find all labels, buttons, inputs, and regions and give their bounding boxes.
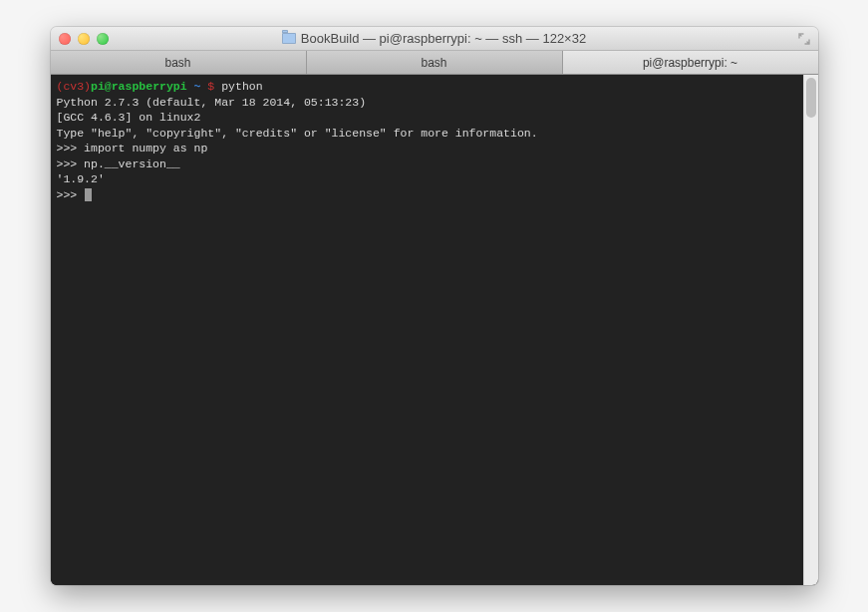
scrollbar[interactable] xyxy=(803,75,818,585)
folder-icon xyxy=(282,33,296,44)
tab-bar: bash bash pi@raspberrypi: ~ xyxy=(51,51,818,75)
scrollbar-thumb[interactable] xyxy=(806,78,816,118)
window-controls xyxy=(59,33,109,45)
window-title-wrap: BookBuild — pi@raspberrypi: ~ — ssh — 12… xyxy=(51,31,818,46)
output-line: [GCC 4.6.3] on linux2 xyxy=(57,111,201,124)
titlebar[interactable]: BookBuild — pi@raspberrypi: ~ — ssh — 12… xyxy=(51,27,818,51)
minimize-icon[interactable] xyxy=(78,33,90,45)
cursor-icon xyxy=(85,188,92,201)
output-line: Python 2.7.3 (default, Mar 18 2014, 05:1… xyxy=(57,96,367,109)
terminal-area: (cv3)pi@raspberrypi ~ $ python Python 2.… xyxy=(51,75,818,585)
zoom-icon[interactable] xyxy=(97,33,109,45)
terminal-window: BookBuild — pi@raspberrypi: ~ — ssh — 12… xyxy=(51,27,818,585)
tab-bash-1[interactable]: bash xyxy=(51,51,307,74)
repl-prompt: >>> xyxy=(57,188,85,201)
userhost-label: pi@raspberrypi xyxy=(91,80,187,93)
command-text: python xyxy=(221,80,262,93)
output-line: Type "help", "copyright", "credits" or "… xyxy=(57,127,538,140)
path-label: ~ xyxy=(187,80,208,93)
window-title: BookBuild — pi@raspberrypi: ~ — ssh — 12… xyxy=(301,31,586,46)
terminal[interactable]: (cv3)pi@raspberrypi ~ $ python Python 2.… xyxy=(51,75,803,585)
venv-label: (cv3) xyxy=(57,80,92,93)
tab-label: bash xyxy=(421,56,446,70)
tab-bash-2[interactable]: bash xyxy=(307,51,563,74)
fullscreen-icon[interactable] xyxy=(798,33,810,45)
repl-prompt: >>> xyxy=(57,157,85,170)
tab-label: pi@raspberrypi: ~ xyxy=(643,56,737,70)
close-icon[interactable] xyxy=(59,33,71,45)
repl-input: np.__version__ xyxy=(84,157,180,170)
tab-label: bash xyxy=(164,56,190,70)
prompt-dollar: $ xyxy=(207,80,221,93)
repl-input: import numpy as np xyxy=(84,142,207,154)
tab-ssh[interactable]: pi@raspberrypi: ~ xyxy=(563,51,818,74)
repl-prompt: >>> xyxy=(57,142,85,154)
repl-output: '1.9.2' xyxy=(57,172,105,185)
